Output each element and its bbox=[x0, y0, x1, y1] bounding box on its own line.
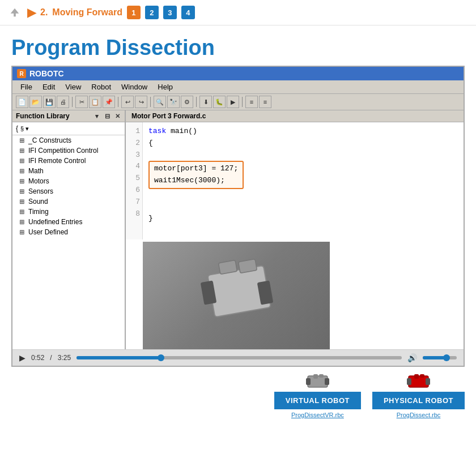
physical-robot-file[interactable]: ProgDissect.rbc bbox=[397, 412, 441, 418]
volume-handle[interactable] bbox=[443, 354, 450, 361]
nav-badge-1[interactable]: 1 bbox=[127, 6, 141, 19]
toolbar-copy[interactable]: 📋 bbox=[89, 96, 101, 108]
fl-brace-icon: { bbox=[16, 125, 18, 132]
fl-item-user-defined[interactable]: ⊞ User Defined bbox=[12, 227, 125, 237]
menu-edit[interactable]: Edit bbox=[38, 82, 60, 92]
toolbar-download[interactable]: ⬇ bbox=[199, 96, 212, 108]
back-arrow[interactable] bbox=[7, 5, 23, 20]
code-line-7: } bbox=[148, 213, 244, 225]
nav-badge-2[interactable]: 2 bbox=[145, 6, 159, 19]
virtual-robot-file[interactable]: ProgDissectVR.rbc bbox=[291, 412, 344, 418]
physical-robot-icon bbox=[404, 372, 432, 389]
page-title: Program Dissection bbox=[11, 36, 465, 60]
volume-bar[interactable] bbox=[423, 356, 457, 359]
svg-rect-9 bbox=[319, 374, 324, 378]
fl-item-ifi-remote[interactable]: ⊞ IFI Remote Control bbox=[12, 156, 125, 166]
code-line-4: motor[port3] = 127; wait1Msec(3000); bbox=[148, 161, 244, 189]
svg-rect-7 bbox=[325, 378, 329, 385]
volume-icon[interactable]: 🔊 bbox=[407, 353, 417, 362]
fl-item-label: IFI Competition Control bbox=[28, 147, 98, 155]
physical-robot-button[interactable]: PHYSICAL ROBOT bbox=[372, 392, 465, 409]
video-preview bbox=[143, 242, 330, 349]
robotc-titlebar: R ROBOTC bbox=[12, 67, 464, 80]
toolbar-redo[interactable]: ↪ bbox=[135, 96, 147, 108]
menu-robot[interactable]: Robot bbox=[87, 82, 116, 92]
fl-item-sensors[interactable]: ⊞ Sensors bbox=[12, 186, 125, 196]
video-robot-display bbox=[143, 242, 330, 349]
menu-window[interactable]: Window bbox=[117, 82, 152, 92]
code-editor[interactable]: Motor Port 3 Forward.c 1 2 3 4 5 6 7 8 t… bbox=[126, 110, 464, 349]
toolbar-compile[interactable]: ⚙ bbox=[181, 96, 193, 108]
fl-item-ifi-competition[interactable]: ⊞ IFI Competition Control bbox=[12, 145, 125, 156]
menu-file[interactable]: File bbox=[16, 82, 37, 92]
fl-expand-icon: ⊞ bbox=[19, 168, 26, 175]
panel-close-btn[interactable]: ✕ bbox=[113, 113, 121, 120]
toolbar-save[interactable]: 💾 bbox=[43, 96, 56, 108]
fl-expand-icon: ⊞ bbox=[19, 198, 26, 205]
fl-item-timing[interactable]: ⊞ Timing bbox=[12, 207, 125, 217]
toolbar-undo[interactable]: ↩ bbox=[121, 96, 134, 108]
fl-expand-icon: ⊞ bbox=[19, 208, 26, 216]
line-num-6: 6 bbox=[128, 185, 140, 196]
toolbar-print[interactable]: 🖨 bbox=[57, 96, 69, 108]
robotc-window: R ROBOTC File Edit View Robot Window Hel… bbox=[11, 66, 465, 367]
line-num-3: 3 bbox=[128, 149, 140, 161]
fl-item-undefined[interactable]: ⊞ Undefined Entries bbox=[12, 217, 125, 227]
toolbar-extra1[interactable]: ≡ bbox=[245, 96, 258, 108]
line-num-1: 1 bbox=[128, 126, 140, 138]
fl-item-math[interactable]: ⊞ Math bbox=[12, 166, 125, 176]
virtual-robot-button[interactable]: VIRTUAL ROBOT bbox=[274, 392, 361, 409]
line-num-7: 7 bbox=[128, 196, 140, 208]
fl-item-motors[interactable]: ⊞ Motors bbox=[12, 176, 125, 186]
panel-header-title: Function Library bbox=[16, 112, 70, 120]
virtual-robot-group: VIRTUAL ROBOT ProgDissectVR.rbc bbox=[274, 372, 361, 418]
menu-view[interactable]: View bbox=[61, 82, 86, 92]
panel-pin-btn[interactable]: ▾ bbox=[93, 113, 101, 120]
toolbar-binoculars[interactable]: 🔭 bbox=[167, 96, 180, 108]
toolbar-extra2[interactable]: ≡ bbox=[259, 96, 271, 108]
line-num-5: 5 bbox=[128, 173, 140, 185]
nav-badge-3[interactable]: 3 bbox=[163, 6, 177, 19]
fl-expand-icon: ⊞ bbox=[19, 157, 26, 165]
play-button[interactable]: ▶ bbox=[19, 353, 26, 362]
function-library-panel: Function Library ▾ ⊟ ✕ { § ▾ ⊞ _C Constr… bbox=[12, 110, 126, 349]
fl-item-label: Math bbox=[28, 167, 44, 175]
toolbar-find[interactable]: 🔍 bbox=[154, 96, 166, 108]
fl-expand-icon: ⊞ bbox=[19, 188, 26, 195]
line-num-2: 2 bbox=[128, 138, 140, 149]
bottom-buttons-area: VIRTUAL ROBOT ProgDissectVR.rbc PHYSICAL… bbox=[0, 367, 476, 424]
toolbar-sep-4 bbox=[196, 97, 197, 107]
toolbar-open[interactable]: 📂 bbox=[29, 96, 42, 108]
progress-bar[interactable] bbox=[76, 356, 402, 359]
nav-badge-4[interactable]: 4 bbox=[181, 6, 195, 19]
code-line-5 bbox=[148, 189, 244, 201]
panel-dock-btn[interactable]: ⊟ bbox=[103, 113, 111, 120]
svg-rect-14 bbox=[420, 374, 424, 378]
progress-handle[interactable] bbox=[158, 354, 164, 361]
toolbar-sep-2 bbox=[118, 97, 118, 107]
toolbar-cut[interactable]: ✂ bbox=[75, 96, 88, 108]
toolbar-new[interactable]: 📄 bbox=[16, 96, 28, 108]
top-navigation: ▶ 2. Moving Forward 1 2 3 4 bbox=[0, 0, 476, 25]
svg-rect-4 bbox=[238, 259, 257, 273]
physical-robot-svg bbox=[406, 373, 431, 389]
code-editor-tab[interactable]: Motor Port 3 Forward.c bbox=[126, 110, 464, 122]
time-total: 3:25 bbox=[58, 354, 71, 362]
line-numbers: 1 2 3 4 5 6 7 8 bbox=[126, 122, 143, 239]
code-text: task main() { motor[port3] = 127; wait1M… bbox=[143, 122, 249, 239]
breadcrumb-step: 2. bbox=[40, 7, 48, 18]
fl-item-label: Sound bbox=[28, 198, 48, 205]
fl-item-sound[interactable]: ⊞ Sound bbox=[12, 196, 125, 207]
panel-header: Function Library ▾ ⊟ ✕ bbox=[12, 110, 125, 122]
toolbar-debug[interactable]: 🐛 bbox=[213, 96, 226, 108]
code-highlighted-block: motor[port3] = 127; wait1Msec(3000); bbox=[148, 161, 244, 189]
fl-item-c-constructs[interactable]: ⊞ _C Constructs bbox=[12, 135, 125, 145]
robotc-toolbar: 📄 📂 💾 🖨 ✂ 📋 📌 ↩ ↪ 🔍 🔭 ⚙ ⬇ 🐛 ▶ ≡ ≡ bbox=[12, 94, 464, 110]
fl-search-dropdown[interactable]: § ▾ bbox=[20, 125, 29, 132]
fl-item-label: Timing bbox=[28, 208, 49, 216]
breadcrumb-title: Moving Forward bbox=[52, 7, 122, 18]
fl-expand-icon: ⊞ bbox=[19, 178, 26, 185]
menu-help[interactable]: Help bbox=[153, 82, 177, 92]
toolbar-paste[interactable]: 📌 bbox=[103, 96, 115, 108]
toolbar-run[interactable]: ▶ bbox=[227, 96, 239, 108]
